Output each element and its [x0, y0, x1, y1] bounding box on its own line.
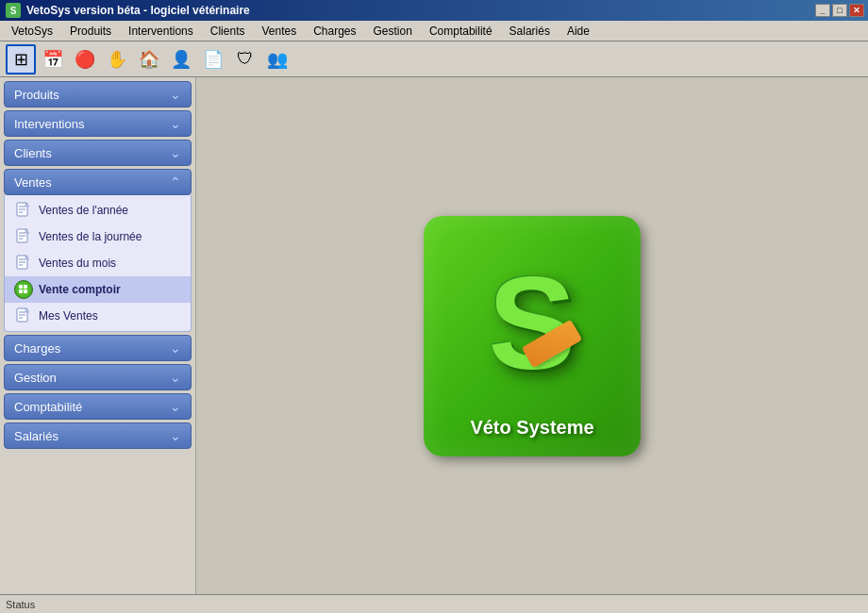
sidebar-label-interventions: Interventions: [14, 117, 84, 131]
ventes-journee-icon: [14, 227, 33, 246]
chevron-icon-salaries: ⌄: [170, 428, 181, 443]
chevron-icon-gestion: ⌄: [170, 370, 181, 385]
mes-ventes-icon: [14, 306, 33, 325]
toolbar-btn-calendar[interactable]: 📅: [38, 44, 68, 75]
sidebar-section-ventes: Ventes⌃Ventes de l'annéeVentes de la jou…: [4, 169, 192, 332]
title-bar-left: S VetoSys version béta - logiciel vétéri…: [6, 3, 250, 18]
menu-bar: VetoSysProduitsInterventionsClientsVente…: [0, 21, 868, 41]
sidebar-section-produits: Produits⌄: [4, 81, 192, 108]
ventes-annee-label: Ventes de l'année: [39, 204, 128, 217]
menu-item-interventions[interactable]: Interventions: [121, 23, 201, 40]
sidebar-label-salaries: Salariés: [14, 429, 58, 443]
ventes-annee-icon: [14, 201, 33, 220]
minimize-button[interactable]: _: [815, 4, 830, 17]
sidebar-header-comptabilite[interactable]: Comptabilité⌄: [4, 393, 192, 420]
toolbar-btn-shield[interactable]: 🛡: [230, 44, 260, 75]
title-bar: S VetoSys version béta - logiciel vétéri…: [0, 0, 868, 21]
toolbar-btn-house[interactable]: 🏠: [134, 44, 164, 75]
app-icon: S: [6, 3, 21, 18]
sidebar-label-comptabilite: Comptabilité: [14, 400, 82, 414]
sidebar-section-interventions: Interventions⌄: [4, 110, 192, 137]
sidebar-item-vente-comptoir[interactable]: Vente comptoir: [5, 276, 191, 303]
sidebar-section-salaries: Salariés⌄: [4, 422, 192, 449]
sidebar-section-clients: Clients⌄: [4, 140, 192, 166]
sidebar-header-clients[interactable]: Clients⌄: [4, 140, 192, 166]
chevron-icon-produits: ⌄: [170, 87, 181, 102]
sidebar-item-mes-ventes[interactable]: Mes Ventes: [5, 303, 191, 329]
sidebar-label-clients: Clients: [14, 146, 52, 160]
svg-rect-15: [19, 285, 23, 289]
menu-item-ventes[interactable]: Ventes: [254, 23, 304, 40]
maximize-button[interactable]: □: [832, 4, 847, 17]
sidebar-section-comptabilite: Comptabilité⌄: [4, 393, 192, 420]
window-controls: _ □ ✕: [815, 4, 864, 17]
logo-s-container: S: [447, 234, 617, 413]
toolbar: ⊞📅🔴✋🏠👤📄🛡👥: [0, 41, 868, 77]
sidebar-header-produits[interactable]: Produits⌄: [4, 81, 192, 108]
ventes-mois-label: Ventes du mois: [39, 257, 116, 270]
svg-rect-16: [24, 285, 27, 289]
toolbar-btn-home[interactable]: ⊞: [6, 44, 36, 75]
close-button[interactable]: ✕: [849, 4, 864, 17]
status-bar: Status: [0, 594, 868, 613]
sidebar-section-gestion: Gestion⌄: [4, 364, 192, 390]
ventes-mois-icon: [14, 254, 33, 273]
menu-item-comptabilite[interactable]: Comptabilité: [422, 23, 500, 40]
sidebar-header-salaries[interactable]: Salariés⌄: [4, 422, 192, 449]
sidebar-header-ventes[interactable]: Ventes⌃: [4, 169, 192, 195]
vente-comptoir-icon: [14, 280, 33, 299]
sidebar: Produits⌄Interventions⌄Clients⌄Ventes⌃Ve…: [0, 77, 196, 594]
logo-text: Véto Systeme: [470, 417, 593, 439]
toolbar-btn-stop[interactable]: 🔴: [70, 44, 100, 75]
svg-rect-17: [19, 290, 23, 293]
chevron-icon-ventes: ⌃: [170, 174, 181, 190]
window-title: VetoSys version béta - logiciel vétérina…: [26, 4, 250, 17]
ventes-journee-label: Ventes de la journée: [39, 230, 142, 243]
menu-item-charges[interactable]: Charges: [306, 23, 363, 40]
main-area: Produits⌄Interventions⌄Clients⌄Ventes⌃Ve…: [0, 77, 868, 594]
logo-container: S Véto Systeme: [424, 216, 641, 456]
menu-item-aide[interactable]: Aide: [559, 23, 597, 40]
sidebar-header-charges[interactable]: Charges⌄: [4, 335, 192, 361]
menu-item-gestion[interactable]: Gestion: [366, 23, 420, 40]
menu-item-salaries[interactable]: Salariés: [502, 23, 558, 40]
mes-ventes-label: Mes Ventes: [39, 309, 98, 323]
sidebar-section-charges: Charges⌄: [4, 335, 192, 361]
status-text: Status: [6, 599, 35, 610]
sidebar-item-ventes-journee[interactable]: Ventes de la journée: [5, 224, 191, 250]
toolbar-btn-people[interactable]: 👥: [262, 44, 292, 75]
toolbar-btn-document[interactable]: 📄: [198, 44, 228, 75]
sidebar-label-ventes: Ventes: [14, 175, 52, 190]
sidebar-item-ventes-annee[interactable]: Ventes de l'année: [5, 197, 191, 224]
chevron-icon-interventions: ⌄: [170, 116, 181, 131]
sidebar-header-interventions[interactable]: Interventions⌄: [4, 110, 192, 137]
menu-item-vetosys[interactable]: VetoSys: [4, 23, 60, 40]
vente-comptoir-label: Vente comptoir: [39, 283, 121, 296]
sidebar-submenu-ventes: Ventes de l'annéeVentes de la journéeVen…: [4, 195, 192, 332]
sidebar-label-charges: Charges: [14, 341, 60, 356]
content-area: S Véto Systeme: [196, 77, 868, 594]
sidebar-item-ventes-mois[interactable]: Ventes du mois: [5, 250, 191, 276]
chevron-icon-clients: ⌄: [170, 145, 181, 160]
toolbar-btn-fingerprint[interactable]: ✋: [102, 44, 132, 75]
toolbar-btn-person[interactable]: 👤: [166, 44, 196, 75]
sidebar-label-gestion: Gestion: [14, 371, 57, 385]
menu-item-clients[interactable]: Clients: [203, 23, 253, 40]
sidebar-header-gestion[interactable]: Gestion⌄: [4, 364, 192, 390]
svg-rect-18: [24, 290, 27, 293]
menu-item-produits[interactable]: Produits: [62, 23, 119, 40]
chevron-icon-comptabilite: ⌄: [170, 399, 181, 414]
chevron-icon-charges: ⌄: [170, 340, 181, 356]
sidebar-label-produits: Produits: [14, 88, 59, 102]
